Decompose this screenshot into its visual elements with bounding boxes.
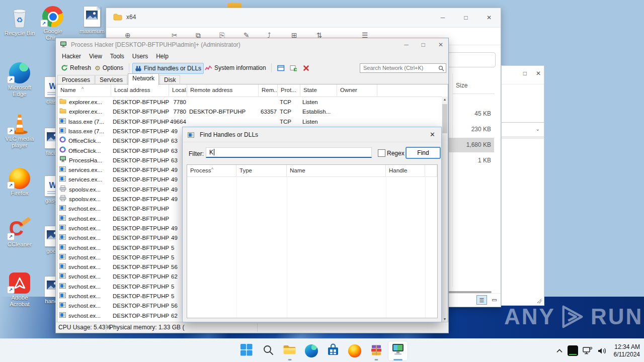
system-information-button[interactable]: System information (203, 63, 268, 73)
find-button[interactable]: Find (406, 147, 441, 159)
office-icon (59, 146, 66, 156)
scrollbar-thumb[interactable] (442, 104, 447, 133)
thumbnail-view-button[interactable]: ▭ (489, 295, 500, 305)
close-icon[interactable]: ✕ (430, 131, 435, 138)
refresh-icon (61, 64, 68, 71)
tab-processes[interactable]: Processes (57, 75, 95, 85)
maximize-button[interactable]: □ (523, 70, 527, 77)
maximize-button[interactable]: □ (422, 38, 425, 51)
results-header[interactable]: Process^TypeNameHandle (187, 165, 437, 177)
protocol: TCP (280, 117, 301, 127)
printer-icon (59, 195, 66, 204)
filter-input[interactable]: K (206, 147, 372, 158)
find-handles-button[interactable]: Find handles or DLLs (132, 63, 204, 74)
window-icon (59, 272, 66, 282)
dialog-title: Find Handles or DLLs (200, 131, 258, 138)
search-input[interactable] (362, 64, 437, 71)
desktop-icon-recycle-bin[interactable]: ♻Recycle Bin (3, 5, 36, 37)
desktop-icon-maximum[interactable]: maximum (75, 3, 109, 35)
remote-port (259, 98, 277, 107)
menu-tools[interactable]: Tools (106, 51, 128, 62)
network-icon[interactable] (583, 346, 593, 355)
recycle-bin-icon: ♻ (3, 5, 36, 29)
taskbar-store[interactable] (323, 341, 343, 361)
process-name: svchost.ex... (68, 262, 101, 272)
taskbar-process-hacker[interactable] (388, 341, 408, 361)
column-header-local[interactable]: Local... (169, 84, 187, 96)
menu-users[interactable]: Users (128, 51, 152, 62)
refresh-button[interactable]: Refresh (59, 63, 93, 73)
desktop-icon-adobe-acrobat[interactable]: ↗Adobe Acrobat (3, 269, 36, 308)
desktop-icon-firefox[interactable]: ↗Firefox (3, 165, 36, 197)
menu-view[interactable]: View (85, 51, 106, 62)
local-address: DESKTOP-BFTPUHP (113, 262, 169, 272)
process-name: explorer.ex... (69, 98, 102, 107)
local-address: DESKTOP-BFTPUHP (113, 127, 169, 136)
close-button[interactable]: ✕ (536, 70, 541, 77)
window-icon (59, 204, 66, 214)
list-view-button[interactable]: ☰ (476, 295, 487, 305)
search-box[interactable] (360, 63, 446, 73)
column-header-handle[interactable]: Handle (386, 165, 425, 176)
desktop: ANY RUN ♻Recycle Bin↗Microsoft Edge↗VLC … (0, 0, 644, 362)
close-button[interactable]: ✕ (438, 38, 443, 51)
column-header-blank[interactable] (425, 165, 437, 176)
clock[interactable]: 12:34 AM 6/11/2024 (614, 343, 640, 358)
tray-app-icon[interactable] (568, 345, 578, 356)
desktop-icon-ccleaner[interactable]: C↗CCleaner (3, 216, 36, 248)
taskbar-firefox[interactable] (345, 341, 365, 361)
vertical-scrollbar[interactable]: ▲ ▼ (442, 97, 448, 322)
taskbar-edge[interactable] (301, 341, 321, 361)
column-header-localaddress[interactable]: Local address (111, 84, 169, 96)
regex-checkbox[interactable] (378, 149, 385, 157)
tray-chevron-up-icon[interactable] (556, 348, 563, 353)
column-header-rem[interactable]: Rem... (259, 84, 278, 96)
search-icon (438, 65, 444, 71)
volume-icon[interactable] (597, 347, 607, 355)
scroll-up-icon[interactable]: ▲ (442, 97, 448, 103)
process-hacker-titlebar[interactable]: Process Hacker [DESKTOP-BFTPUHP\admin]+ … (56, 38, 448, 51)
taskbar-start[interactable] (236, 341, 257, 361)
column-header-type[interactable]: Type (236, 165, 287, 176)
minimize-button[interactable]: ─ (404, 38, 409, 51)
maximize-button[interactable]: □ (454, 8, 477, 27)
dialog-titlebar[interactable]: Find Handles or DLLs ✕ (183, 127, 441, 142)
menu-help[interactable]: Help (152, 51, 173, 62)
new-window-button[interactable] (288, 63, 299, 73)
desktop-icon-google-chr-[interactable]: ↗Google Chr... (36, 3, 69, 41)
terminate-button[interactable] (301, 63, 311, 73)
network-row[interactable]: explorer.ex...DESKTOP-BFTPUHP7780DESKTOP… (57, 107, 442, 117)
column-header-remoteaddress[interactable]: Remote address (187, 84, 259, 96)
desktop-icon-vlc-media-player[interactable]: ↗VLC media player (3, 111, 36, 149)
tab-network[interactable]: Network (128, 73, 159, 85)
column-divider (386, 176, 386, 318)
column-header-prot[interactable]: Prot... (278, 84, 300, 96)
state: Listen (302, 117, 338, 127)
network-row[interactable]: explorer.ex...DESKTOP-BFTPUHP7780TCPList… (57, 98, 442, 107)
desktop-icon-label: Firefox (3, 190, 36, 197)
size-column-header[interactable]: Size (456, 82, 467, 89)
always-on-top-button[interactable] (275, 63, 287, 73)
column-divider (452, 73, 453, 287)
column-header-process[interactable]: Process^ (187, 165, 236, 176)
minimize-button[interactable]: ─ (431, 8, 454, 27)
taskbar-search[interactable] (258, 341, 278, 361)
tab-disk[interactable]: Disk (159, 75, 180, 85)
dropdown-select[interactable]: ⌄ (502, 122, 544, 137)
taskbar-file-explorer[interactable] (280, 341, 300, 361)
tab-services[interactable]: Services (95, 75, 127, 85)
column-header-state[interactable]: State (300, 84, 337, 96)
menu-hacker[interactable]: Hacker (58, 51, 85, 62)
column-header-name[interactable]: Name^ (57, 84, 111, 96)
explorer-titlebar[interactable]: x64 ─ □ ✕ (106, 8, 501, 27)
taskbar-winrar[interactable] (366, 341, 386, 361)
close-button[interactable]: ✕ (477, 8, 501, 27)
column-header-name[interactable]: Name (287, 165, 386, 176)
list-header[interactable]: Name^Local addressLocal...Remote address… (57, 84, 448, 97)
red-x-icon (303, 65, 309, 71)
desktop-icon-microsoft-edge[interactable]: ↗Microsoft Edge (3, 59, 36, 98)
options-button[interactable]: ⚙ Options (93, 63, 125, 73)
network-row[interactable]: lsass.exe (7...DESKTOP-BFTPUHP49664TCPLi… (57, 117, 442, 127)
resize-grip[interactable] (537, 298, 542, 303)
column-header-owner[interactable]: Owner (337, 84, 377, 96)
